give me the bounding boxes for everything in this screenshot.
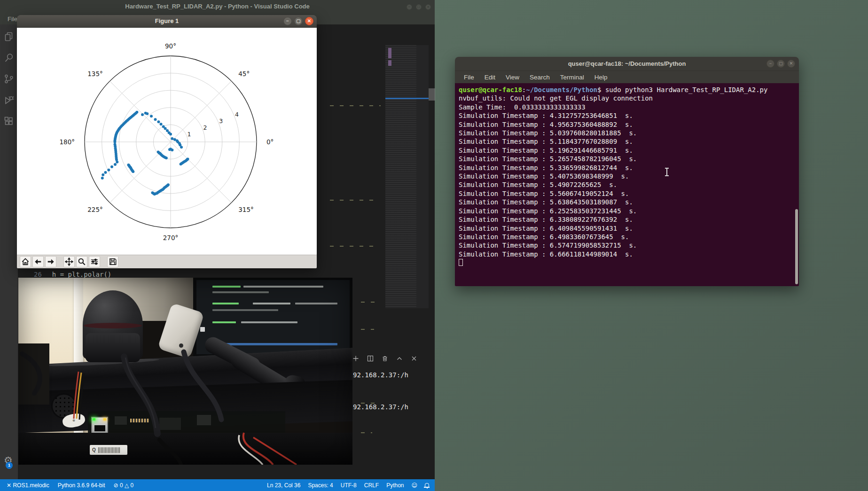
code-fragment [330, 200, 379, 201]
vscode-titlebar[interactable]: Hardware_Test_RP_LIDAR_A2.py - Python - … [0, 0, 435, 14]
status-bar: ✕ ROS1.melodic Python 3.6.9 64-bit ⊘ 0 △… [0, 479, 435, 491]
terminal-line: Simulation Timestamp : 6.574719905853271… [459, 241, 799, 249]
figure-toolbar [17, 255, 317, 268]
terminal-menu-edit[interactable]: Edit [480, 74, 500, 81]
status-encoding[interactable]: UTF-8 [341, 482, 357, 489]
maximize-panel-icon[interactable] [396, 355, 403, 362]
status-ln-col[interactable]: Ln 23, Col 36 [267, 482, 300, 489]
terminal-title: quser@qcar-fac18: ~/Documents/Python [455, 57, 799, 70]
terminal-line: Simulation Timestamp : 5.265745878219604… [459, 155, 799, 163]
desktop: Hardware_Test_RP_LIDAR_A2.py - Python - … [0, 0, 868, 491]
status-python-interpreter[interactable]: Python 3.6.9 64-bit [58, 482, 105, 489]
svg-text:0°: 0° [266, 138, 274, 146]
home-icon[interactable] [20, 256, 31, 267]
figure-window: Figure 1 − ▢ ✕ 0°45°90°135°180°225°270°3… [17, 15, 317, 268]
terminal-line: Simulation Timestamp : 6.252583503723144… [459, 207, 799, 215]
figure-window-controls: − ▢ ✕ [283, 17, 313, 25]
code-fragment [361, 329, 374, 330]
figure-canvas: 0°45°90°135°180°225°270°315°1234 [17, 28, 317, 255]
terminal-line: Simulation Timestamp : 5.336599826812744… [459, 164, 799, 172]
status-eol[interactable]: CRLF [364, 482, 379, 489]
forward-icon[interactable] [45, 256, 56, 267]
prompt-line: quser@qcar-fac18:~/Documents/Python$ sud… [459, 86, 799, 94]
terminal-line: Simulation Timestamp : 5.40753698348999 … [459, 172, 799, 180]
figure-close-button[interactable]: ✕ [305, 17, 313, 25]
split-terminal-icon[interactable] [367, 355, 374, 362]
svg-text:315°: 315° [238, 206, 254, 213]
prompt-path: ~/Documents/Python [526, 86, 597, 94]
vscode-window-title: Hardware_Test_RP_LIDAR_A2.py - Python - … [0, 0, 435, 13]
save-icon[interactable] [107, 256, 118, 267]
prompt-user-host: quser@qcar-fac18 [459, 86, 522, 94]
back-icon[interactable] [32, 256, 44, 267]
configure-subplots-icon[interactable] [89, 256, 100, 267]
terminal-minimize-button[interactable]: − [766, 60, 774, 68]
figure-titlebar[interactable]: Figure 1 − ▢ ✕ [17, 15, 317, 28]
activity-bar: ⚙ 1 [0, 24, 18, 479]
code-text: h = plt.polar() [52, 271, 111, 278]
vscode-minimize-button[interactable]: − [407, 4, 412, 10]
terminal-menu-terminal[interactable]: Terminal [556, 74, 588, 81]
terminal-menu-search[interactable]: Search [525, 74, 554, 81]
terminal-menubar: FileEditViewSearchTerminalHelp [455, 71, 799, 83]
svg-text:270°: 270° [163, 234, 179, 242]
hardware-photo: ⊕ Q [18, 278, 352, 465]
terminal-menu-help[interactable]: Help [590, 74, 612, 81]
terminal-line: Simulation Timestamp : 5.56067419052124 … [459, 189, 799, 198]
feedback-smiley-icon[interactable]: ☺ [411, 482, 417, 489]
svg-text:2: 2 [203, 124, 207, 131]
status-remote[interactable]: ✕ ROS1.melodic [7, 482, 49, 489]
photo-vignette [18, 278, 352, 465]
vscode-close-button[interactable]: × [425, 4, 431, 10]
code-fragment [361, 302, 379, 303]
terminal-scrollbar-thumb[interactable] [795, 209, 798, 284]
svg-text:3: 3 [219, 117, 223, 125]
close-remote-icon: ✕ [7, 482, 11, 489]
source-control-icon[interactable] [3, 73, 15, 85]
panel-toolbar [352, 355, 417, 362]
terminal-menu-view[interactable]: View [501, 74, 524, 81]
terminal-line: Sample Time: 0.0333333333333333 [459, 103, 799, 111]
new-terminal-icon[interactable] [352, 355, 359, 362]
svg-text:135°: 135° [87, 70, 103, 78]
explorer-icon[interactable] [3, 31, 15, 42]
svg-text:45°: 45° [238, 70, 250, 78]
terminal-line: Simulation Timestamp : 6.49833607673645 … [459, 233, 799, 241]
status-problems[interactable]: ⊘ 0 △ 0 [114, 482, 134, 489]
terminal-close-button[interactable]: ✕ [787, 60, 795, 68]
figure-minimize-button[interactable]: − [283, 17, 292, 25]
terminal-titlebar[interactable]: quser@qcar-fac18: ~/Documents/Python − ▢… [455, 57, 799, 71]
zoom-icon[interactable] [76, 256, 87, 267]
svg-text:90°: 90° [165, 42, 176, 50]
minimap-highlight [388, 48, 391, 58]
terminal-menu-file[interactable]: File [460, 74, 478, 81]
run-debug-icon[interactable] [3, 94, 15, 106]
line-number: 26 [34, 271, 42, 278]
status-spaces[interactable]: Spaces: 4 [308, 482, 333, 489]
terminal-path-line: 92.168.2.37:/h [353, 403, 408, 411]
bell-icon[interactable] [425, 483, 429, 487]
terminal-output: nvbuf_utils: Could not get EGL display c… [459, 94, 799, 258]
polar-plot: 0°45°90°135°180°225°270°315°1234 [17, 28, 317, 255]
terminal-content[interactable]: quser@qcar-fac18:~/Documents/Python$ sud… [455, 83, 799, 286]
close-panel-icon[interactable] [411, 355, 417, 362]
editor-scrollbar-thumb[interactable] [429, 88, 435, 101]
figure-maximize-button[interactable]: ▢ [294, 17, 303, 25]
terminal-line: Simulation Timestamp : 4.956375360488892… [459, 120, 799, 129]
terminal-window-controls: − ▢ ✕ [766, 60, 795, 68]
search-icon[interactable] [3, 52, 15, 63]
code-fragment [361, 432, 372, 433]
minimap[interactable] [385, 45, 429, 308]
terminal-window: quser@qcar-fac18: ~/Documents/Python − ▢… [455, 57, 799, 286]
vscode-maximize-button[interactable]: □ [416, 4, 422, 10]
minimap-highlight [388, 60, 391, 66]
terminal-maximize-button[interactable]: ▢ [777, 60, 785, 68]
terminal-path-line: 92.168.2.37:/h [353, 371, 408, 379]
kill-terminal-icon[interactable] [382, 355, 388, 362]
pan-icon[interactable] [63, 256, 75, 267]
ibeam-mouse-cursor [666, 169, 667, 175]
terminal-line: Simulation Timestamp : 6.338089227676392… [459, 215, 799, 224]
extensions-icon[interactable] [3, 116, 15, 127]
errors-icon: ⊘ [114, 482, 118, 489]
status-language[interactable]: Python [386, 482, 404, 489]
